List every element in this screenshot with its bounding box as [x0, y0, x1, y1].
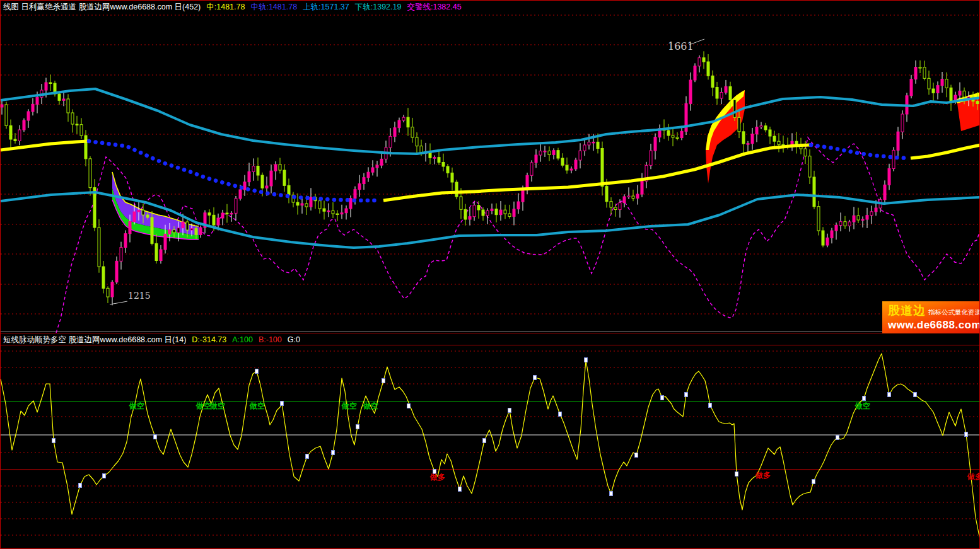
candle-body: [698, 58, 701, 66]
candle-body: [371, 168, 374, 172]
candle-body: [597, 142, 599, 148]
candle-body: [217, 218, 219, 225]
candle-body: [680, 131, 683, 137]
candle-body: [601, 149, 604, 187]
mid-band-yellow: [911, 145, 980, 158]
candle-body: [711, 76, 714, 87]
candle-body: [76, 124, 78, 125]
candle-body: [769, 130, 771, 136]
candle-body: [279, 165, 281, 170]
panel-divider[interactable]: [1, 332, 980, 332]
candle-body: [129, 222, 131, 234]
candle-body: [305, 204, 308, 207]
price-annotation: 1661: [668, 40, 694, 52]
candle-body: [380, 159, 383, 165]
candle-body: [861, 219, 864, 221]
short-signal-label: 做空: [363, 402, 378, 410]
candle-body: [265, 186, 268, 188]
signal-marker: [965, 432, 968, 437]
candle-body: [354, 190, 356, 199]
candle-body: [720, 93, 723, 99]
candle-body: [5, 105, 8, 125]
candle-body: [296, 202, 299, 205]
candle-body: [826, 238, 829, 245]
signal-marker: [559, 412, 562, 417]
long-signal-label: 做多: [755, 471, 771, 480]
candle-body: [261, 175, 264, 188]
candle-body: [694, 66, 696, 80]
candle-body: [491, 209, 493, 211]
candle-body: [58, 94, 61, 100]
signal-marker: [255, 369, 259, 374]
short-signal-label: 做空: [209, 402, 225, 410]
candle-body: [394, 128, 396, 137]
candle-body: [62, 99, 65, 100]
signal-marker: [103, 474, 106, 478]
signal-marker: [709, 403, 712, 408]
candle-body: [888, 169, 890, 185]
indicator-readout: B:-100: [259, 335, 282, 344]
candle-body: [632, 196, 634, 199]
signal-marker: [585, 358, 588, 362]
candle-body: [919, 67, 921, 69]
candle-body: [124, 234, 127, 248]
candle-body: [115, 261, 118, 282]
candle-body: [190, 229, 193, 230]
candle-body: [36, 97, 38, 104]
candle-body: [173, 229, 175, 233]
price-annotation: 1215: [128, 291, 151, 301]
candle-body: [544, 151, 546, 153]
main-indicator-header: 线图 日利赢绝杀通道 股道边网www.de6688.com 日(452)中:14…: [3, 2, 467, 13]
candle-body: [243, 182, 246, 190]
indicator-readout: 中:1481.78: [206, 3, 245, 11]
candle-body: [561, 158, 564, 165]
sub-chart[interactable]: 做空做空做空做空做空做空做空做多做多做多: [1, 345, 980, 549]
candle-body: [473, 205, 475, 217]
candle-body: [508, 214, 511, 216]
candle-body: [738, 117, 740, 132]
candle-body: [513, 209, 515, 217]
signal-marker: [306, 454, 309, 459]
main-chart[interactable]: 16611215: [1, 13, 980, 333]
candle-body: [283, 170, 286, 185]
candle-body: [288, 185, 290, 195]
candle-body: [146, 215, 149, 217]
candle-body: [49, 83, 52, 84]
candle-body: [733, 100, 736, 118]
candle-body: [650, 151, 652, 165]
candle-body: [341, 213, 343, 214]
signal-marker: [356, 425, 359, 429]
candle-body: [438, 158, 440, 163]
candle-body: [654, 137, 656, 151]
candle-body: [950, 88, 952, 101]
candle-body: [235, 199, 237, 213]
signal-marker: [661, 396, 664, 400]
candle-body: [773, 136, 776, 141]
candle-body: [610, 202, 612, 207]
candle-body: [817, 207, 820, 231]
candle-body: [504, 210, 506, 214]
candle-body: [455, 182, 458, 197]
candle-body: [959, 91, 961, 95]
candle-body: [226, 213, 228, 214]
watermark-banner[interactable]: 股道边指标公式量化资源 www.de6688.com: [882, 301, 980, 333]
candle-body: [151, 217, 153, 243]
candle-body: [614, 207, 617, 210]
panel-divider-line: [1, 333, 980, 333]
candle-body: [579, 151, 581, 160]
candle-body: [689, 80, 692, 103]
candle-body: [795, 141, 798, 144]
short-signal-label: 做空: [195, 402, 211, 410]
candle-body: [923, 67, 926, 79]
candle-body: [667, 130, 670, 136]
candle-body: [164, 234, 166, 250]
candle-body: [619, 203, 621, 210]
watermark-url: www.de6688.com: [888, 319, 980, 332]
indicator-readout: 中轨:1481.78: [250, 3, 297, 11]
candle-body: [274, 165, 277, 171]
indicator-readout: 短线脉动顺势多空 股道边网www.de6688.com 日(14): [3, 335, 186, 344]
candle-body: [89, 159, 91, 188]
signal-marker: [812, 480, 815, 484]
candle-body: [252, 166, 255, 172]
candle-body: [327, 211, 330, 212]
